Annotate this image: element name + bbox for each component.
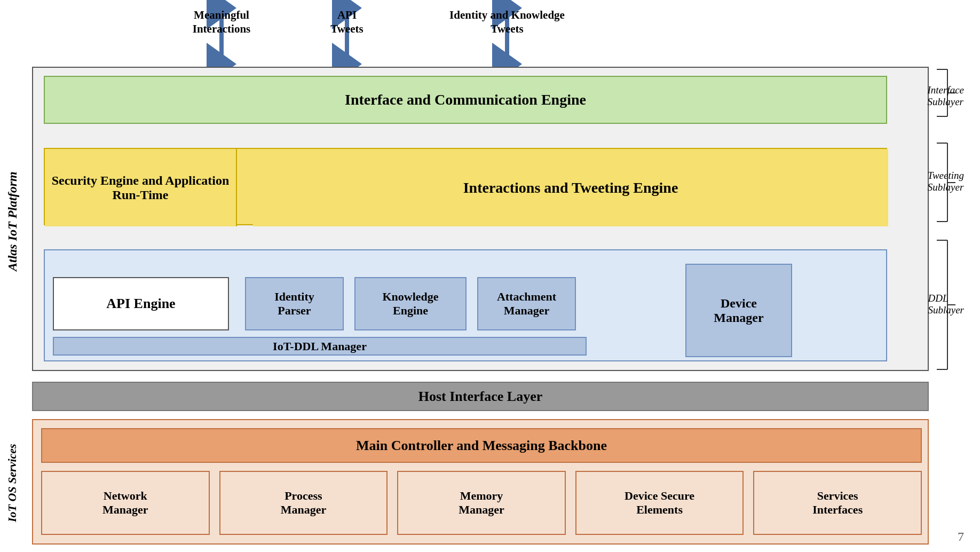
atlas-platform-box: Interface and Communication Engine Secur…: [32, 67, 929, 371]
arrow-label-api: APITweets: [318, 8, 376, 36]
tweeting-sublayer-label: TweetingSublayer: [928, 170, 964, 193]
ddl-area: API Engine IdentityParser KnowledgeEngin…: [44, 249, 887, 361]
tweeting-area: Security Engine and Application Run-Time…: [44, 148, 887, 225]
memory-manager-box: MemoryManager: [397, 471, 566, 535]
process-manager-box: ProcessManager: [219, 471, 388, 535]
iot-services-label: IoT OS Services: [5, 422, 19, 545]
page-number: 7: [958, 530, 964, 544]
device-manager-box: DeviceManager: [685, 264, 792, 357]
interactions-engine-box: Interactions and Tweeting Engine: [253, 149, 888, 226]
arrow-label-identity: Identity and KnowledgeTweets: [432, 8, 582, 36]
interface-sublayer-label: InterfaceSublayer: [927, 84, 964, 108]
ddl-sublayer-label: DDLSublayer: [928, 293, 964, 316]
os-boxes-container: NetworkManager ProcessManager MemoryMana…: [41, 471, 922, 535]
knowledge-engine-box: KnowledgeEngine: [354, 277, 467, 330]
api-engine-box: API Engine: [53, 277, 229, 330]
network-manager-box: NetworkManager: [41, 471, 210, 535]
identity-parser-box: IdentityParser: [245, 277, 344, 330]
interface-engine-box: Interface and Communication Engine: [44, 76, 887, 124]
diagram-container: Meaningful Interactions APITweets Identi…: [0, 0, 980, 552]
host-interface-box: Host Interface Layer: [32, 382, 929, 411]
iotddl-manager-box: IoT-DDL Manager: [53, 337, 587, 356]
iot-os-services-box: Main Controller and Messaging Backbone N…: [32, 419, 929, 545]
device-secure-box: Device SecureElements: [575, 471, 744, 535]
security-engine-box: Security Engine and Application Run-Time: [45, 149, 237, 226]
arrow-label-meaningful: Meaningful Interactions: [176, 8, 267, 36]
attachment-manager-box: AttachmentManager: [477, 277, 576, 330]
services-interfaces-box: ServicesInterfaces: [753, 471, 922, 535]
atlas-platform-label: Atlas IoT Platform: [5, 69, 20, 374]
main-controller-box: Main Controller and Messaging Backbone: [41, 428, 922, 463]
